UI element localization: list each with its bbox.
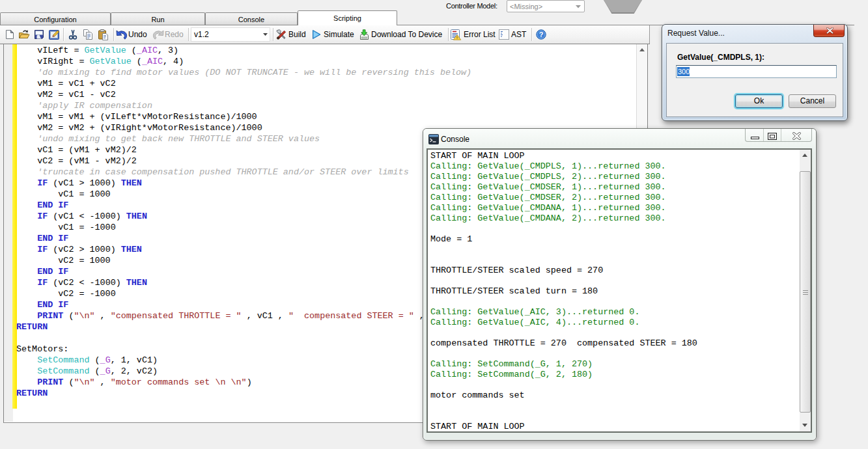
svg-text:?: ? (539, 31, 544, 38)
